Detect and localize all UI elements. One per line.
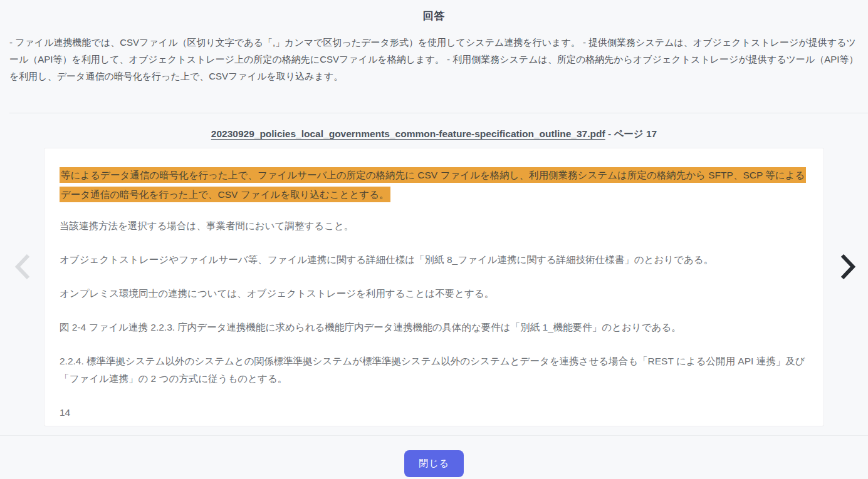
chevron-left-icon (13, 253, 32, 282)
document-preview-card: 等によるデータ通信の暗号化を行った上で、ファイルサーバ上の所定の格納先に CSV… (44, 148, 824, 426)
divider (0, 435, 868, 436)
source-page-label: - ページ 17 (605, 128, 657, 139)
doc-paragraph: 図 2-4 ファイル連携 2.2.3. 庁内データ連携機能に求められる機能庁内デ… (60, 319, 808, 336)
modal-title: 回答 (0, 0, 868, 23)
source-line: 20230929_policies_local_governments_comm… (0, 128, 868, 141)
modal-footer: 閉じる (0, 450, 868, 477)
chevron-right-icon (839, 253, 857, 282)
answer-modal: 回答 - ファイル連携機能では、CSVファイル（区切り文字である「,」カンマで区… (0, 0, 868, 479)
doc-paragraph: オンプレミス環境同士の連携については、オブジェクトストレージを利用することは不要… (60, 285, 808, 302)
answer-text: - ファイル連携機能では、CSVファイル（区切り文字である「,」カンマで区切った… (9, 34, 863, 85)
doc-paragraph: 2.2.4. 標準準拠システム以外のシステムとの関係標準準拠システムが標準準拠シ… (60, 353, 808, 388)
divider (9, 113, 868, 113)
previous-page-button[interactable] (8, 251, 38, 284)
highlighted-passage: 等によるデータ通信の暗号化を行った上で、ファイルサーバ上の所定の格納先に CSV… (60, 165, 808, 204)
doc-page-number: 14 (60, 404, 808, 421)
source-pdf-link[interactable]: 20230929_policies_local_governments_comm… (211, 128, 605, 139)
highlight-mark: 等によるデータ通信の暗号化を行った上で、ファイルサーバ上の所定の格納先に CSV… (60, 167, 806, 202)
doc-paragraph: オブジェクトストレージやファイルサーバ等、ファイル連携に関する詳細仕様は「別紙 … (60, 251, 808, 269)
close-button[interactable]: 閉じる (404, 450, 464, 477)
doc-paragraph: 当該連携方法を選択する場合は、事業者間において調整すること。 (60, 217, 808, 235)
next-page-button[interactable] (833, 251, 863, 284)
